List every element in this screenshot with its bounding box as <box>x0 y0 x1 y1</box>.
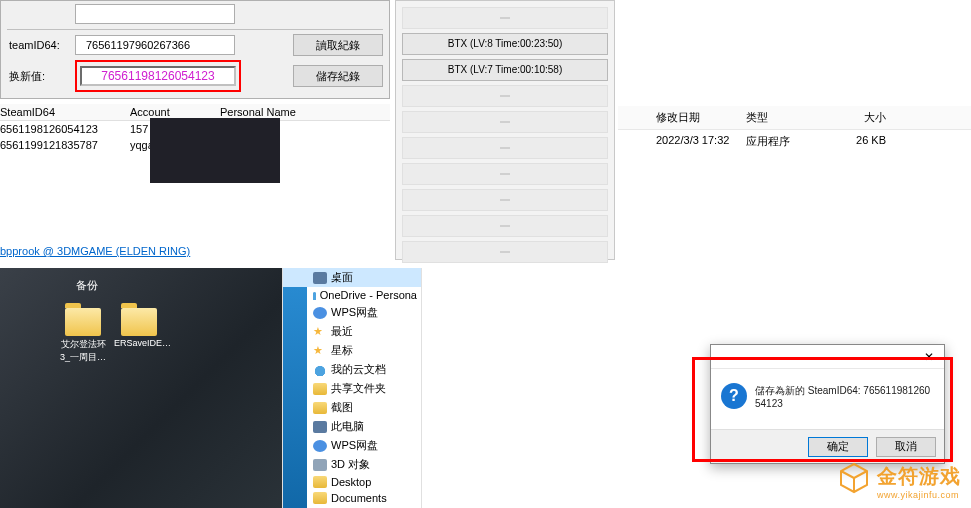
folder-icon <box>313 476 327 488</box>
steamid64-input[interactable] <box>75 35 235 55</box>
ok-button[interactable]: 确定 <box>808 437 868 457</box>
tree-label: 星标 <box>331 343 353 358</box>
read-record-button[interactable]: 讀取紀錄 <box>293 34 383 56</box>
tree-label: 桌面 <box>331 270 353 285</box>
save-slot-empty[interactable] <box>402 241 608 263</box>
col-date: 修改日期 <box>626 110 746 125</box>
tree-item[interactable]: 此电脑 <box>283 417 421 436</box>
folder-tree: 桌面OneDrive - PersonaWPS网盘★最近★星标我的云文档共享文件… <box>282 268 422 508</box>
save-slot-empty[interactable] <box>402 189 608 211</box>
editor-panel: - … teamID64: 讀取紀錄 换新值: 儲存紀錄 <box>0 0 390 99</box>
save-slot-empty[interactable] <box>402 137 608 159</box>
watermark: 金符游戏 www.yikajinfu.com <box>837 461 961 502</box>
icon-label: ERSaveIDE… <box>114 338 164 348</box>
backup-label: 备份 <box>76 278 98 293</box>
confirm-dialog: ✕ ? 儲存為新的 SteamID64: 76561198126054123 确… <box>710 344 945 464</box>
save-slot-1[interactable]: BTX (LV:8 Time:00:23:50) <box>402 33 608 55</box>
tree-item[interactable]: 桌面 <box>283 268 421 287</box>
watermark-title: 金符游戏 <box>877 463 961 490</box>
close-icon[interactable]: ✕ <box>914 346 944 368</box>
credit-link[interactable]: bpprook @ 3DMGAME (ELDEN RING) <box>0 245 190 257</box>
pc-icon <box>313 272 327 284</box>
tree-item[interactable]: WPS网盘 <box>283 303 421 322</box>
tree-item[interactable]: ★最近 <box>283 322 421 341</box>
save-slot-empty[interactable] <box>402 215 608 237</box>
dialog-footer: 确定 取消 <box>711 429 944 463</box>
wps-icon <box>313 440 327 452</box>
desktop-bg: 备份 艾尔登法环3_一周目… ERSaveIDE… <box>0 268 282 508</box>
desktop-icon-elden[interactable]: 艾尔登法环3_一周目… <box>58 308 108 364</box>
cell-id: 6561198126054123 <box>0 123 130 135</box>
folder-icon <box>313 402 327 414</box>
col-name: Personal Name <box>220 106 340 118</box>
save-slot-empty[interactable] <box>402 163 608 185</box>
explorer-columns[interactable]: 修改日期 类型 大小 <box>618 106 971 130</box>
tree-label: 3D 对象 <box>331 457 370 472</box>
tree-item[interactable]: 我的云文档 <box>283 360 421 379</box>
col-account: Account <box>130 106 220 118</box>
pc-icon <box>313 421 327 433</box>
save-slot[interactable] <box>402 7 608 29</box>
save-slot-2[interactable]: BTX (LV:7 Time:00:10:58) <box>402 59 608 81</box>
tree-item[interactable]: OneDrive - Persona <box>283 287 421 303</box>
tree-label: 最近 <box>331 324 353 339</box>
folder-icon <box>313 492 327 504</box>
tree-label: 我的云文档 <box>331 362 386 377</box>
save-slots-panel: BTX (LV:8 Time:00:23:50) BTX (LV:7 Time:… <box>395 0 615 260</box>
steamid64-label: teamID64: <box>7 39 67 51</box>
path-input[interactable] <box>75 4 235 24</box>
tree-item[interactable]: 共享文件夹 <box>283 379 421 398</box>
desktop-icon-ersaveide[interactable]: ERSaveIDE… <box>114 308 164 348</box>
newvalue-label: 换新值: <box>7 69 67 84</box>
tree-item[interactable]: 截图 <box>283 398 421 417</box>
cloud-icon <box>313 289 316 301</box>
cell-id: 6561199121835787 <box>0 139 130 151</box>
cell-size: 26 KB <box>826 134 886 149</box>
tree-label: WPS网盘 <box>331 305 378 320</box>
cancel-button[interactable]: 取消 <box>876 437 936 457</box>
col-size: 大小 <box>826 110 886 125</box>
star-icon: ★ <box>313 325 327 338</box>
save-slot-empty[interactable] <box>402 85 608 107</box>
cloud-icon <box>313 364 327 376</box>
tree-item[interactable]: ★星标 <box>283 341 421 360</box>
dialog-titlebar[interactable]: ✕ <box>711 345 944 369</box>
dialog-message: 儲存為新的 SteamID64: 76561198126054123 <box>755 384 934 409</box>
save-record-button[interactable]: 儲存紀錄 <box>293 65 383 87</box>
star-icon: ★ <box>313 344 327 357</box>
save-slot-empty[interactable] <box>402 111 608 133</box>
explorer-listview: 修改日期 类型 大小 2022/3/3 17:32 应用程序 26 KB <box>618 0 971 260</box>
folder-icon <box>313 383 327 395</box>
tree-label: 共享文件夹 <box>331 381 386 396</box>
col-type: 类型 <box>746 110 826 125</box>
tree-label: Desktop <box>331 476 371 488</box>
tree-label: WPS网盘 <box>331 438 378 453</box>
tree-label: Documents <box>331 492 387 504</box>
cube-icon <box>837 461 871 502</box>
tree-label: 截图 <box>331 400 353 415</box>
tree-label: 此电脑 <box>331 419 364 434</box>
question-icon: ? <box>721 383 747 409</box>
cell-type: 应用程序 <box>746 134 826 149</box>
icon-label: 艾尔登法环3_一周目… <box>58 338 108 364</box>
tree-item[interactable]: Documents <box>283 490 421 506</box>
tree-label: OneDrive - Persona <box>320 289 417 301</box>
newvalue-highlight <box>75 60 241 92</box>
watermark-url: www.yikajinfu.com <box>877 490 961 500</box>
cell-date: 2022/3/3 17:32 <box>626 134 746 149</box>
wps-icon <box>313 307 327 319</box>
tree-item[interactable]: 3D 对象 <box>283 455 421 474</box>
col-steamid: SteamID64 <box>0 106 130 118</box>
tree-item[interactable]: Desktop <box>283 474 421 490</box>
tree-item[interactable]: WPS网盘 <box>283 436 421 455</box>
folder-icon <box>65 308 101 336</box>
explorer-row[interactable]: 2022/3/3 17:32 应用程序 26 KB <box>618 130 971 153</box>
newvalue-input[interactable] <box>80 66 236 86</box>
redacted-block <box>150 118 280 183</box>
folder-icon <box>121 308 157 336</box>
disk-icon <box>313 459 327 471</box>
